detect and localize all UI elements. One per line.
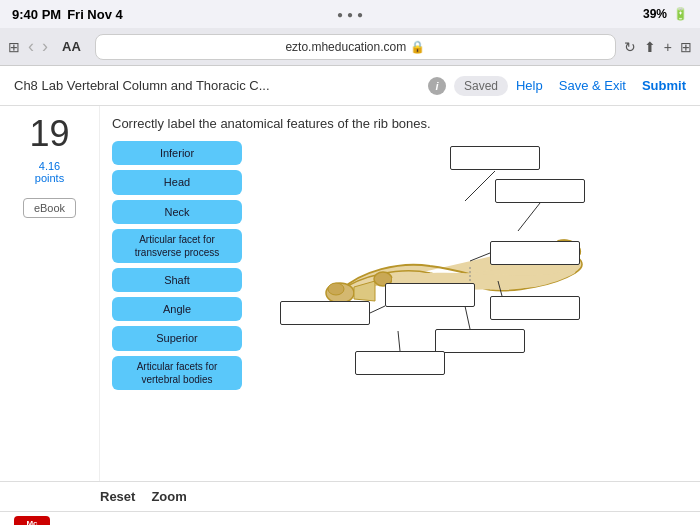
forward-button[interactable]: › (42, 36, 48, 57)
answer-box-5[interactable] (280, 301, 370, 325)
app-header: Ch8 Lab Vertebral Column and Thoracic C.… (0, 66, 700, 106)
add-tab-icon[interactable]: + (664, 39, 672, 55)
header-actions: Help Save & Exit Submit (516, 78, 686, 93)
status-left: 9:40 PM Fri Nov 4 (12, 7, 123, 22)
label-inferior[interactable]: Inferior (112, 141, 242, 165)
answer-box-1[interactable] (450, 146, 540, 170)
battery: 39% (643, 7, 667, 21)
app-title: Ch8 Lab Vertebral Column and Thoracic C.… (14, 78, 420, 93)
label-articular-transverse[interactable]: Articular facet for transverse process (112, 229, 242, 263)
saved-badge: Saved (454, 76, 508, 96)
status-right: 39% 🔋 (643, 7, 688, 21)
main-content: 19 4.16 points eBook Correctly label the… (0, 106, 700, 481)
answer-box-7[interactable] (435, 329, 525, 353)
label-superior[interactable]: Superior (112, 326, 242, 350)
reset-button[interactable]: Reset (100, 489, 135, 504)
question-number: 19 (29, 116, 69, 152)
sidebar-toggle-icon[interactable]: ⊞ (8, 39, 20, 55)
label-angle[interactable]: Angle (112, 297, 242, 321)
quiz-body: Inferior Head Neck Articular facet for t… (112, 141, 688, 421)
url-text: ezto.mheducation.com (285, 40, 406, 54)
help-button[interactable]: Help (516, 78, 543, 93)
browser-dots: ● ● ● (337, 9, 363, 20)
browser-nav: ⊞ (8, 39, 20, 55)
save-exit-button[interactable]: Save & Exit (559, 78, 626, 93)
labels-column: Inferior Head Neck Articular facet for t… (112, 141, 242, 421)
answer-box-2[interactable] (495, 179, 585, 203)
date: Fri Nov 4 (67, 7, 123, 22)
refresh-icon[interactable]: ↻ (624, 39, 636, 55)
back-button[interactable]: ‹ (28, 36, 34, 57)
sidebar: 19 4.16 points eBook (0, 106, 100, 481)
label-neck[interactable]: Neck (112, 200, 242, 224)
diagram-area (250, 141, 688, 421)
url-bar[interactable]: ezto.mheducation.com 🔒 (95, 34, 616, 60)
footer-nav: Mc Graw Hill ‹ Prev 19 of 24 ⊞ Next › (0, 511, 700, 525)
answer-box-6[interactable] (490, 296, 580, 320)
svg-point-1 (328, 283, 344, 295)
question-text: Correctly label the anatomical features … (112, 116, 688, 131)
browser-bar: ⊞ ‹ › AA ezto.mheducation.com 🔒 ↻ ⬆ + ⊞ (0, 28, 700, 66)
status-bar: 9:40 PM Fri Nov 4 ● ● ● 39% 🔋 (0, 0, 700, 28)
bottom-toolbar: Reset Zoom (0, 481, 700, 511)
zoom-button[interactable]: Zoom (151, 489, 186, 504)
battery-icon: 🔋 (673, 7, 688, 21)
submit-button[interactable]: Submit (642, 78, 686, 93)
label-articular-vertebral[interactable]: Articular facets for vertebral bodies (112, 356, 242, 390)
label-head[interactable]: Head (112, 170, 242, 194)
tabs-icon[interactable]: ⊞ (680, 39, 692, 55)
text-size-button[interactable]: AA (56, 39, 87, 54)
publisher-logo: Mc Graw Hill (14, 516, 50, 526)
lock-icon: 🔒 (410, 40, 425, 54)
label-shaft[interactable]: Shaft (112, 268, 242, 292)
answer-box-8[interactable] (355, 351, 445, 375)
answer-box-4[interactable] (385, 283, 475, 307)
ebook-button[interactable]: eBook (23, 198, 76, 218)
share-icon[interactable]: ⬆ (644, 39, 656, 55)
quiz-area: Correctly label the anatomical features … (100, 106, 700, 481)
time: 9:40 PM (12, 7, 61, 22)
info-button[interactable]: i (428, 77, 446, 95)
answer-box-3[interactable] (490, 241, 580, 265)
points-value: 4.16 points (35, 160, 64, 184)
